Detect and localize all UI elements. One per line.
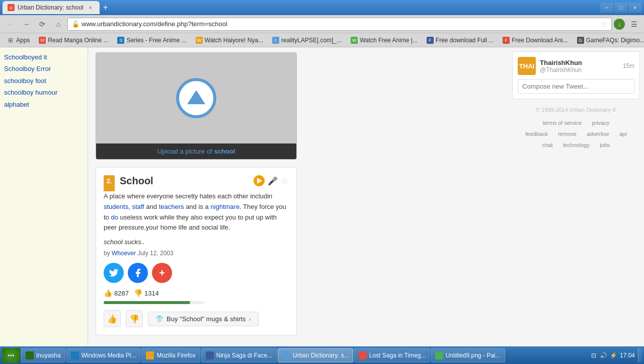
battery-tray-icon[interactable]: ⚡ [610,351,618,359]
taskbar-item-6[interactable]: Untitled9.png - Pai... [431,348,505,362]
taskbar-icon-3 [206,351,214,359]
thumbs-up-count: 👍 8287 [104,289,129,297]
show-desktop-button[interactable] [638,348,642,362]
bookmark-icon-2: W [196,37,203,44]
address-input[interactable] [82,20,598,28]
thumbs-down-number: 1314 [144,289,159,297]
chat-link[interactable]: chat [542,142,553,148]
privacy-link[interactable]: privacy [592,120,610,126]
taskbar-item-0[interactable]: Inuyasha [21,348,65,362]
nightmare-link[interactable]: nightmare [210,203,239,210]
feedback-link[interactable]: feedback [525,131,548,137]
sidebar-link-2[interactable]: schoolboy foot [4,75,84,87]
bookmark-icon-1: S [117,37,124,44]
menu-button[interactable]: ☰ [627,17,641,31]
start-button[interactable] [2,348,20,363]
bookmark-label-6: Free Download Ani... [512,37,568,44]
teachers-link[interactable]: teachers [159,203,184,210]
microphone-icon[interactable]: 🎤 [268,176,278,186]
new-tab-button[interactable]: + [100,2,112,14]
tweet-compose-input[interactable] [518,79,634,94]
thumbs-up-button[interactable]: 👍 [104,310,121,327]
entry-number: 2. [104,175,115,187]
staff-link[interactable]: staff [132,203,144,210]
upload-caption[interactable]: Upload a picture of school [96,143,296,159]
jobs-link[interactable]: jobs [600,142,610,148]
bookmark-0[interactable]: M Read Manga Online ... [35,35,112,46]
bookmark-icon-3: r [272,37,279,44]
address-bar-wrapper: 🔓 ☆ [67,18,612,31]
twitter-share-button[interactable] [104,263,124,283]
taskbar-label-3: Ninja Saga di Face... [216,352,272,359]
forward-button[interactable]: → [19,17,33,31]
bookmark-label-2: Watch Haiyore! Nya... [205,37,263,44]
play-button[interactable] [254,175,265,186]
footer-links-row-3: chat technology jobs [512,139,640,151]
taskbar-item-5[interactable]: Lost Saga in Timeg... [354,348,430,362]
thumbs-down-button[interactable]: 👎 [126,310,143,327]
bookmark-1[interactable]: S Series - Free Anime ... [113,35,190,46]
upload-area[interactable] [96,53,296,143]
system-tray: ⊡ 🔊 ⚡ 17:04 [590,351,637,359]
home-button[interactable]: ⌂ [51,17,65,31]
bookmark-2[interactable]: W Watch Haiyore! Nya... [192,35,267,46]
minimize-button[interactable]: − [600,3,613,13]
students-link[interactable]: students [104,203,128,210]
reload-button[interactable]: ⟳ [35,17,49,31]
thumbs-up-number: 8287 [114,289,129,297]
thumbs-down-count: 👎 1314 [134,289,159,297]
example-text: school sucks.. [104,238,289,246]
bookmark-4[interactable]: W Watch Free Anime |... [347,35,422,46]
titlebar: U Urban Dictionary: school × + − □ × [0,0,644,15]
maximize-button[interactable]: □ [614,3,627,13]
facebook-share-button[interactable] [128,263,148,283]
bookmarks-bar: ⊞ Apps M Read Manga Online ... S Series … [0,33,644,47]
add-share-button[interactable]: + [152,263,172,283]
taskbar-icon-6 [435,351,443,359]
arrow-shape [187,90,205,104]
bookmark-7[interactable]: G GameFAQs: Digimo... [573,35,644,46]
bookmark-5[interactable]: F Free download Full ... [423,35,498,46]
author-link[interactable]: Whoever [112,250,136,257]
back-button[interactable]: ← [3,17,17,31]
svg-point-1 [8,354,10,356]
advertise-link[interactable]: advertise [587,131,609,137]
sidebar-link-0[interactable]: Schoolboyed it [4,51,84,63]
bookmark-icon-5: F [427,37,434,44]
taskbar-item-2[interactable]: Mozilla Firefox [141,348,200,362]
taskbar-item-4[interactable]: Urban Dictionary: s... [278,348,353,362]
taskbar-item-1[interactable]: Windows Media Pl... [66,348,141,362]
taskbar-label-6: Untitled9.png - Pai... [446,352,501,359]
download-button[interactable]: ↓ [614,19,625,30]
remove-link[interactable]: remove [558,131,577,137]
bookmark-star-button[interactable]: ☆ [600,19,607,29]
author-prefix: by [104,250,112,257]
terms-link[interactable]: terms of service [543,120,582,126]
tab-close-button[interactable]: × [87,4,95,12]
sidebar-link-3[interactable]: schoolboy humour [4,87,84,98]
technology-link[interactable]: technology [563,142,590,148]
network-tray-icon[interactable]: ⊡ [590,351,598,359]
sidebar-link-4[interactable]: alphabet [4,99,84,110]
social-buttons: + [104,263,289,283]
entry-icons: 🎤 ☆ [254,175,289,186]
upload-arrow-icon [176,78,216,118]
bookmark-label-5: Free download Full ... [436,37,494,44]
taskbar-icon-1 [71,351,79,359]
favorite-star-icon[interactable]: ☆ [281,175,289,186]
browser-tab[interactable]: U Urban Dictionary: school × [3,1,100,14]
right-sidebar: THAI ThairishKhun @ThairishKhun 15m © 19… [508,47,644,346]
api-link[interactable]: api [619,131,627,137]
sidebar-link-1[interactable]: Schoolboy Error [4,63,84,75]
footer-copyright: © 1999-2014 Urban Dictionary ® [512,104,640,115]
close-button[interactable]: × [628,3,641,13]
bookmark-6[interactable]: F Free Download Ani... [499,35,572,46]
vote-bar-fill [104,301,190,304]
apps-bookmark[interactable]: ⊞ Apps [3,35,34,46]
taskbar-item-3[interactable]: Ninja Saga di Face... [201,348,277,362]
tab-favicon: U [8,4,15,11]
volume-tray-icon[interactable]: 🔊 [600,351,608,359]
bookmark-3[interactable]: r realityLAPSE[.com]_... [268,35,346,46]
do-link[interactable]: do [111,213,118,221]
buy-merchandise-button[interactable]: 👕 Buy "School" mugs & shirts › [148,312,259,326]
